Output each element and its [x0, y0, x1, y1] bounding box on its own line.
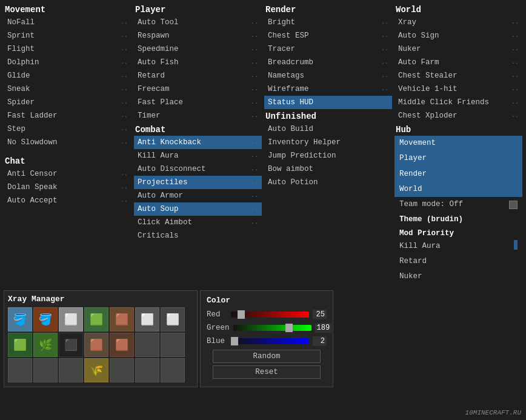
movement-flight[interactable]: Flight.. [4, 42, 132, 56]
player-autofish[interactable]: Auto Fish.. [134, 56, 262, 69]
render-wireframe[interactable]: Wireframe.. [264, 82, 392, 96]
teammode-toggle[interactable] [509, 201, 518, 209]
movement-noslowdown[interactable]: No Slowdown.. [4, 136, 132, 149]
render-unfinished-column: Render Bright.. Chest ESP.. Tracer.. Bre… [264, 5, 392, 284]
unfinished-jumpprediction[interactable]: Jump Prediction [264, 149, 392, 162]
player-fastplace[interactable]: Fast Place.. [134, 96, 262, 109]
hub-movement[interactable]: Movement [394, 136, 522, 151]
combat-killaura[interactable]: Kill Aura.. [134, 149, 262, 162]
xray-item-11[interactable]: 🟫 [110, 333, 134, 357]
player-autotool[interactable]: Auto Tool.. [134, 16, 262, 29]
render-title: Render [264, 5, 392, 15]
render-chestesp[interactable]: Chest ESP.. [264, 29, 392, 42]
mod-priority-title: Mod Priority [394, 228, 522, 239]
hub-theme[interactable]: Theme (brudin) [394, 212, 522, 227]
unfinished-bowaimbot[interactable]: Bow aimbot [264, 162, 392, 176]
color-green-row: Green 189 [207, 323, 327, 333]
render-bright[interactable]: Bright.. [264, 16, 392, 29]
bottom-spacer [336, 290, 522, 387]
chat-autoaccept[interactable]: Auto Accept.. [4, 194, 132, 207]
world-xray[interactable]: Xray.. [394, 16, 522, 29]
xray-item-17[interactable]: 🌾 [84, 358, 108, 382]
xray-item-6[interactable]: ⬜ [161, 307, 185, 332]
movement-dolphin[interactable]: Dolphin.. [4, 56, 132, 69]
movement-glide[interactable]: Glide.. [4, 69, 132, 82]
movement-nofall[interactable]: NoFall.. [4, 16, 132, 29]
world-vehicle1hit[interactable]: Vehicle 1-hit.. [394, 82, 522, 96]
combat-criticals[interactable]: Criticals [134, 229, 262, 242]
xray-item-12[interactable] [135, 333, 159, 357]
world-cheststealer[interactable]: Chest Stealer.. [394, 69, 522, 82]
movement-step[interactable]: Step.. [4, 122, 132, 136]
xray-item-15[interactable] [33, 358, 58, 382]
hub-teammode[interactable]: Team mode: Off [394, 197, 522, 212]
world-nuker[interactable]: Nuker.. [394, 42, 522, 56]
color-red-slider[interactable] [231, 312, 309, 318]
chat-dolanspeak[interactable]: Dolan Speak.. [4, 181, 132, 194]
hub-player[interactable]: Player [394, 151, 522, 166]
render-nametags[interactable]: Nametags.. [264, 69, 392, 82]
combat-projectiles[interactable]: Projectiles.. [134, 176, 262, 189]
xray-item-18[interactable] [110, 358, 134, 382]
combat-autodisconnect[interactable]: Auto Disconnect.. [134, 162, 262, 176]
xray-item-3[interactable]: 🟩 [84, 307, 108, 332]
xray-item-9[interactable]: ⬛ [59, 333, 83, 357]
priority-retard[interactable]: Retard [394, 254, 522, 269]
combat-autosoup[interactable]: Auto Soup.. [134, 202, 262, 216]
color-red-value: 25 [313, 310, 327, 319]
xray-item-2[interactable]: ⬜ [59, 307, 83, 332]
world-chestxploder[interactable]: Chest Xploder.. [394, 109, 522, 122]
combat-clickaimbot[interactable]: Click Aimbot.. [134, 216, 262, 229]
hub-world[interactable]: World [394, 182, 522, 197]
xray-item-0[interactable]: 🪣 [8, 307, 32, 332]
movement-spider[interactable]: Spider.. [4, 96, 132, 109]
color-green-slider[interactable] [233, 325, 311, 331]
movement-column: Movement NoFall.. Sprint.. Flight.. Dolp… [4, 5, 132, 284]
player-freecam[interactable]: Freecam.. [134, 82, 262, 96]
render-breadcrumb[interactable]: Breadcrumb.. [264, 56, 392, 69]
xray-item-20[interactable] [161, 358, 185, 382]
color-green-label: Green [207, 324, 230, 332]
player-speedmine[interactable]: Speedmine.. [134, 42, 262, 56]
movement-sprint[interactable]: Sprint.. [4, 29, 132, 42]
xray-item-16[interactable] [59, 358, 83, 382]
xray-item-14[interactable] [8, 358, 32, 382]
priority-nuker[interactable]: Nuker [394, 269, 522, 284]
xray-panel: Xray Manager 🪣 🪣 ⬜ 🟩 🟫 ⬜ ⬜ 🟩 🌿 ⬛ 🟫 🟫 [4, 290, 198, 387]
xray-item-4[interactable]: 🟫 [110, 307, 134, 332]
top-section: Movement NoFall.. Sprint.. Flight.. Dolp… [0, 0, 526, 287]
movement-sneak[interactable]: Sneak.. [4, 82, 132, 96]
xray-item-5[interactable]: ⬜ [135, 307, 159, 332]
hub-render[interactable]: Render [394, 167, 522, 182]
color-reset-button[interactable]: Reset [213, 365, 321, 379]
xray-grid: 🪣 🪣 ⬜ 🟩 🟫 ⬜ ⬜ 🟩 🌿 ⬛ 🟫 🟫 🌾 [8, 307, 193, 382]
world-middleclickfriends[interactable]: Middle Click Friends.. [394, 96, 522, 109]
player-timer[interactable]: Timer.. [134, 109, 262, 122]
render-tracer[interactable]: Tracer.. [264, 42, 392, 56]
chat-anticensor[interactable]: Anti Censor.. [4, 167, 132, 181]
xray-item-1[interactable]: 🪣 [33, 307, 58, 332]
world-autosign[interactable]: Auto Sign.. [394, 29, 522, 42]
watermark: 10MINECRAFT.RU [465, 409, 521, 416]
xray-item-7[interactable]: 🟩 [8, 333, 32, 357]
bottom-section: Xray Manager 🪣 🪣 ⬜ 🟩 🟫 ⬜ ⬜ 🟩 🌿 ⬛ 🟫 🟫 [0, 288, 526, 390]
xray-item-10[interactable]: 🟫 [84, 333, 108, 357]
movement-title: Movement [4, 5, 132, 15]
color-random-button[interactable]: Random [213, 350, 321, 363]
combat-antiknockback[interactable]: Anti Knockback.. [134, 136, 262, 149]
priority-killaura[interactable]: Kill Aura [394, 239, 522, 254]
world-autofarm[interactable]: Auto Farm.. [394, 56, 522, 69]
unfinished-autobuild[interactable]: Auto Build [264, 122, 392, 136]
player-respawn[interactable]: Respawn.. [134, 29, 262, 42]
render-statushud[interactable]: Status HUD.. [264, 96, 392, 109]
color-blue-slider[interactable] [231, 338, 309, 344]
combat-autoarmor[interactable]: Auto Armor.. [134, 189, 262, 202]
xray-item-8[interactable]: 🌿 [33, 333, 58, 357]
player-retard[interactable]: Retard.. [134, 69, 262, 82]
xray-item-19[interactable] [135, 358, 159, 382]
xray-item-13[interactable] [161, 333, 185, 357]
world-hub-column: World Xray.. Auto Sign.. Nuker.. Auto Fa… [394, 5, 522, 284]
unfinished-autopotion[interactable]: Auto Potion [264, 176, 392, 189]
unfinished-inventoryhelper[interactable]: Inventory Helper [264, 136, 392, 149]
movement-fastladder[interactable]: Fast Ladder.. [4, 109, 132, 122]
